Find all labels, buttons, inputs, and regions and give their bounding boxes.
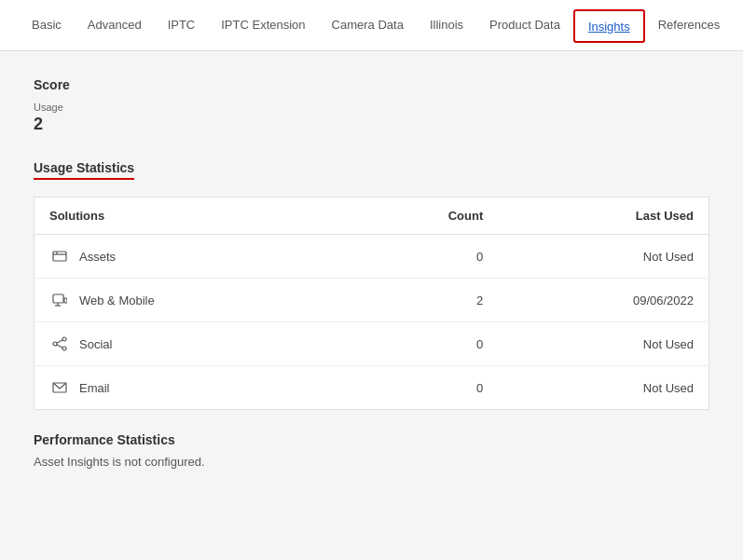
row-last-used: Not Used bbox=[498, 366, 709, 410]
row-solution-name: Assets bbox=[79, 250, 116, 264]
row-last-used: 09/06/2022 bbox=[498, 279, 709, 322]
table-header-row: Solutions Count Last Used bbox=[34, 198, 709, 235]
assets-icon bbox=[49, 246, 70, 266]
svg-rect-6 bbox=[64, 298, 67, 303]
tab-camera-data[interactable]: Camera Data bbox=[319, 0, 417, 51]
usage-statistics-title: Usage Statistics bbox=[34, 160, 134, 180]
svg-rect-3 bbox=[53, 294, 63, 303]
tab-product-data[interactable]: Product Data bbox=[476, 0, 573, 51]
row-count: 0 bbox=[348, 366, 498, 410]
svg-point-7 bbox=[62, 337, 66, 341]
row-count: 0 bbox=[348, 235, 498, 279]
col-last-used: Last Used bbox=[498, 198, 709, 235]
svg-rect-0 bbox=[53, 252, 66, 261]
performance-section: Performance Statistics Asset Insights is… bbox=[34, 432, 709, 469]
web-mobile-icon bbox=[49, 290, 70, 310]
col-solutions: Solutions bbox=[34, 198, 349, 235]
row-last-used: Not Used bbox=[498, 322, 709, 366]
row-count: 2 bbox=[348, 279, 498, 322]
email-icon bbox=[49, 377, 70, 398]
tabs-bar: BasicAdvancedIPTCIPTC ExtensionCamera Da… bbox=[0, 0, 743, 51]
row-last-used: Not Used bbox=[498, 235, 709, 279]
tab-iptc[interactable]: IPTC bbox=[155, 0, 209, 51]
social-icon bbox=[49, 334, 70, 354]
tab-basic[interactable]: Basic bbox=[19, 0, 75, 51]
score-section: Score Usage 2 bbox=[34, 77, 709, 134]
table-row: Social0Not Used bbox=[34, 322, 709, 366]
score-title: Score bbox=[34, 77, 709, 92]
usage-statistics-table: Solutions Count Last Used Assets0Not Use… bbox=[34, 197, 709, 410]
table-row: Web & Mobile209/06/2022 bbox=[34, 279, 709, 322]
table-row: Assets0Not Used bbox=[34, 235, 709, 279]
usage-label: Usage bbox=[34, 102, 709, 113]
svg-point-9 bbox=[62, 347, 66, 350]
row-solution-name: Email bbox=[79, 381, 110, 395]
row-solution-name: Social bbox=[79, 337, 112, 351]
svg-line-10 bbox=[57, 340, 62, 343]
performance-title: Performance Statistics bbox=[34, 432, 709, 447]
svg-line-11 bbox=[57, 345, 62, 348]
row-count: 0 bbox=[348, 322, 498, 366]
tab-references[interactable]: References bbox=[645, 0, 733, 51]
usage-statistics-section: Usage Statistics Solutions Count Last Us… bbox=[34, 160, 709, 410]
tab-iptc-extension[interactable]: IPTC Extension bbox=[208, 0, 318, 51]
usage-value: 2 bbox=[34, 115, 709, 134]
tab-insights[interactable]: Insights bbox=[573, 9, 645, 43]
performance-description: Asset Insights is not configured. bbox=[34, 455, 709, 469]
row-solution-name: Web & Mobile bbox=[79, 294, 155, 307]
table-row: Email0Not Used bbox=[34, 366, 709, 410]
col-count: Count bbox=[348, 198, 498, 235]
tab-illinois[interactable]: Illinois bbox=[417, 0, 476, 51]
svg-point-8 bbox=[53, 342, 57, 346]
tab-advanced[interactable]: Advanced bbox=[75, 0, 155, 51]
